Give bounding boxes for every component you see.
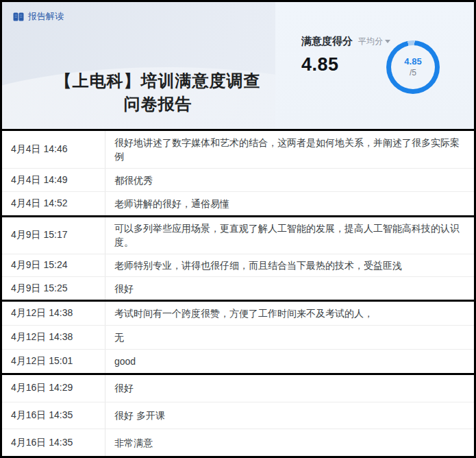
comment-text: 非常满意 xyxy=(105,429,474,456)
comment-timestamp: 4月12日 15:01 xyxy=(2,350,105,373)
comment-text: 可以多列举些应用场景，更直观了解人工智能的发展，提高人工智能高科技的认识度。 xyxy=(105,217,474,254)
comment-text: 老师讲解的很好，通俗易懂 xyxy=(105,192,474,215)
comment-text: 很好 xyxy=(105,375,474,402)
comment-timestamp: 4月9日 15:25 xyxy=(2,277,105,300)
comment-group: 4月16日 14:29 很好 4月16日 14:35 很好 多开课 4月16日 … xyxy=(2,373,474,456)
table-row: 4月4日 14:49 都很优秀 xyxy=(2,169,474,193)
table-row: 4月4日 14:46 很好地讲述了数字媒体和艺术的结合，这两者是如何地关系，并阐… xyxy=(2,131,474,169)
report-interpretation-link[interactable]: 报告解读 xyxy=(13,10,64,23)
table-row: 4月16日 14:35 非常满意 xyxy=(2,429,474,456)
score-mode-dropdown[interactable]: 平均分 xyxy=(358,36,390,47)
score-label: 满意度得分 xyxy=(301,35,353,48)
report-header: 报告解读 【上电科】培训满意度调查 问卷报告 满意度得分 平均分 4.85 4.… xyxy=(2,2,474,129)
gauge-max: /5 xyxy=(410,68,416,78)
comment-timestamp: 4月16日 14:35 xyxy=(2,429,105,456)
table-row: 4月4日 14:52 老师讲解的很好，通俗易懂 xyxy=(2,192,474,215)
table-row: 4月16日 14:29 很好 xyxy=(2,375,474,402)
comment-timestamp: 4月16日 14:35 xyxy=(2,402,105,429)
table-row: 4月9日 15:25 很好 xyxy=(2,277,474,300)
comment-timestamp: 4月16日 14:29 xyxy=(2,375,105,402)
page-title: 【上电科】培训满意度调查 问卷报告 xyxy=(23,69,293,116)
comment-timestamp: 4月9日 15:24 xyxy=(2,254,105,277)
comment-text: 很好地讲述了数字媒体和艺术的结合，这两者是如何地关系，并阐述了很多实际案例 xyxy=(105,131,474,168)
page-title-line1: 【上电科】培训满意度调查 xyxy=(23,69,293,93)
table-row: 4月12日 14:38 考试时间有一个跨度很赞，方便了工作时间来不及考试的人， xyxy=(2,302,474,326)
table-row: 4月12日 14:38 无 xyxy=(2,326,474,350)
comment-timestamp: 4月4日 14:46 xyxy=(2,131,105,168)
comment-text: good xyxy=(105,350,474,373)
table-row: 4月12日 15:01 good xyxy=(2,350,474,373)
comment-text: 无 xyxy=(105,326,474,349)
satisfaction-score-card: 满意度得分 平均分 4.85 xyxy=(301,35,390,75)
table-row: 4月16日 14:35 很好 多开课 xyxy=(2,402,474,430)
nav-entry-label: 报告解读 xyxy=(28,10,64,23)
chevron-down-icon xyxy=(385,40,390,43)
comment-text: 很好 xyxy=(105,277,474,300)
page-title-line2: 问卷报告 xyxy=(23,93,293,116)
score-mode-label: 平均分 xyxy=(358,36,383,47)
comment-text: 都很优秀 xyxy=(105,169,474,192)
table-row: 4月9日 15:17 可以多列举些应用场景，更直观了解人工智能的发展，提高人工智… xyxy=(2,217,474,254)
comment-group: 4月9日 15:17 可以多列举些应用场景，更直观了解人工智能的发展，提高人工智… xyxy=(2,215,474,300)
comment-group: 4月4日 14:46 很好地讲述了数字媒体和艺术的结合，这两者是如何地关系，并阐… xyxy=(2,129,474,215)
report-page: 报告解读 【上电科】培训满意度调查 问卷报告 满意度得分 平均分 4.85 4.… xyxy=(0,0,476,458)
comment-text: 老师特别专业，讲得也很仔细，而且结合当下最热的技术，受益匪浅 xyxy=(105,254,474,277)
comment-timestamp: 4月4日 14:52 xyxy=(2,192,105,215)
score-gauge: 4.85 /5 xyxy=(386,40,440,94)
comment-group: 4月12日 14:38 考试时间有一个跨度很赞，方便了工作时间来不及考试的人， … xyxy=(2,300,474,373)
comment-text: 考试时间有一个跨度很赞，方便了工作时间来不及考试的人， xyxy=(105,302,474,325)
open-book-icon xyxy=(13,12,24,21)
score-value: 4.85 xyxy=(301,54,390,75)
comment-timestamp: 4月12日 14:38 xyxy=(2,326,105,349)
comment-timestamp: 4月9日 15:17 xyxy=(2,217,105,254)
comment-text: 很好 多开课 xyxy=(105,402,474,429)
score-gauge-center: 4.85 /5 xyxy=(391,45,435,89)
comment-timestamp: 4月4日 14:49 xyxy=(2,169,105,192)
comment-timestamp: 4月12日 14:38 xyxy=(2,302,105,325)
table-row: 4月9日 15:24 老师特别专业，讲得也很仔细，而且结合当下最热的技术，受益匪… xyxy=(2,254,474,278)
gauge-value: 4.85 xyxy=(404,56,421,67)
comment-table: 4月4日 14:46 很好地讲述了数字媒体和艺术的结合，这两者是如何地关系，并阐… xyxy=(2,129,474,456)
